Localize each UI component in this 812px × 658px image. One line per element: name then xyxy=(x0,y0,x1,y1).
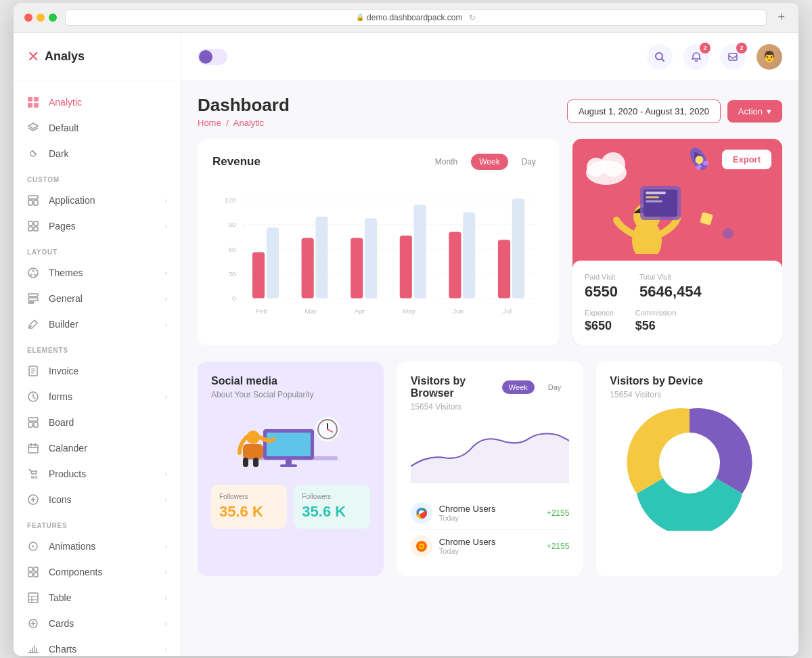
svg-rect-57 xyxy=(463,212,475,298)
sidebar-item-application[interactable]: Application › xyxy=(14,188,181,213)
chrome-change: +2155 xyxy=(547,508,570,518)
paid-visit-value: 6550 xyxy=(585,283,618,301)
sidebar-item-cards[interactable]: Cards › xyxy=(14,611,181,636)
avatar-image: 👨 xyxy=(757,44,782,70)
svg-rect-17 xyxy=(28,302,34,303)
svg-rect-53 xyxy=(365,218,377,298)
chevron-right-icon: › xyxy=(164,619,167,628)
sidebar-item-dark[interactable]: Dark xyxy=(14,141,181,167)
svg-rect-15 xyxy=(28,294,38,297)
svg-rect-49 xyxy=(267,227,279,298)
breadcrumb-current: Analytic xyxy=(233,118,265,128)
sidebar-item-animations[interactable]: Animations › xyxy=(14,533,181,559)
sidebar-item-forms[interactable]: forms › xyxy=(14,384,181,410)
chevron-right-icon: › xyxy=(164,542,167,550)
sidebar-item-builder[interactable]: Builder › xyxy=(14,311,181,337)
svg-point-14 xyxy=(34,273,37,276)
browser-item-chrome: Chrome Users Today +2155 xyxy=(411,497,570,530)
social-title: Social media xyxy=(211,375,370,387)
breadcrumb-home[interactable]: Home xyxy=(198,118,221,128)
sidebar-item-products[interactable]: Products › xyxy=(14,461,181,487)
svg-rect-51 xyxy=(315,216,328,298)
svg-text:Jul: Jul xyxy=(503,307,512,315)
filter-week[interactable]: Week xyxy=(471,154,508,170)
notification-button-1[interactable]: 2 xyxy=(683,44,709,70)
sidebar-label: General xyxy=(49,293,83,304)
sidebar-label: Board xyxy=(49,417,74,428)
browser-filter-day[interactable]: Day xyxy=(540,380,570,395)
commission-label: Commission xyxy=(635,309,677,317)
export-button[interactable]: Export xyxy=(722,150,771,169)
device-card: Visitors by Device 15654 Visitors xyxy=(596,361,782,576)
revenue-card: Revenue Month Week Day xyxy=(198,139,559,345)
svg-rect-82 xyxy=(646,196,659,198)
svg-rect-4 xyxy=(28,196,38,199)
products-icon xyxy=(27,468,39,480)
sidebar-item-charts[interactable]: Charts › xyxy=(14,636,181,656)
chevron-right-icon: › xyxy=(164,320,167,328)
svg-rect-0 xyxy=(28,97,32,102)
date-range-button[interactable]: August 1, 2020 - August 31, 2020 xyxy=(567,100,721,123)
promo-card: Export Paid Visit 6550 Total Visit 5646,… xyxy=(572,139,782,345)
filter-day[interactable]: Day xyxy=(514,154,544,170)
sidebar-label: Default xyxy=(49,123,78,133)
charts-icon xyxy=(27,643,39,655)
theme-toggle[interactable] xyxy=(198,49,227,65)
svg-rect-59 xyxy=(512,198,524,298)
browser-visitor-count: 15654 Visitors xyxy=(411,402,570,412)
browser-filter-week[interactable]: Week xyxy=(502,380,535,394)
address-bar[interactable]: 🔒 demo.dashboardpack.com ↻ xyxy=(65,9,767,26)
svg-text:Apr: Apr xyxy=(355,307,365,315)
filter-month[interactable]: Month xyxy=(427,154,466,170)
svg-point-102 xyxy=(659,433,720,494)
expense-label: Expence xyxy=(585,309,614,317)
chevron-right-icon: › xyxy=(164,269,167,277)
board-icon xyxy=(27,416,39,429)
chevron-right-icon: › xyxy=(164,645,167,653)
sidebar-item-analytic[interactable]: Analytic xyxy=(14,89,181,115)
layers-icon xyxy=(27,122,39,134)
svg-point-68 xyxy=(601,152,625,177)
sidebar-item-components[interactable]: Components › xyxy=(14,559,181,585)
svg-point-101 xyxy=(420,545,423,548)
invoice-icon xyxy=(27,365,39,377)
page-title: Dashboard xyxy=(198,95,290,116)
firefox-name: Chrome Users xyxy=(439,537,540,547)
social-card: Social media About Your Social Popularit… xyxy=(198,361,384,576)
svg-text:0: 0 xyxy=(232,294,236,302)
new-tab-button[interactable]: + xyxy=(775,10,788,24)
sidebar-item-board[interactable]: Board xyxy=(14,410,181,435)
sidebar-item-general[interactable]: General › xyxy=(14,286,181,311)
notification-button-2[interactable]: 2 xyxy=(720,44,746,70)
sidebar-label: Animations xyxy=(49,541,95,552)
chevron-right-icon: › xyxy=(164,568,167,576)
search-button[interactable] xyxy=(647,44,673,70)
dashboard-grid: Revenue Month Week Day xyxy=(181,139,798,361)
followers-box-1: Followers 35.6 K xyxy=(211,485,287,529)
svg-rect-3 xyxy=(34,103,39,108)
browser-card-header: Visitors by Browser Week Day xyxy=(411,375,570,399)
sidebar-item-default[interactable]: Default xyxy=(14,115,181,141)
chevron-right-icon: › xyxy=(164,496,167,504)
sidebar-label: Cards xyxy=(49,618,74,629)
revenue-chart: 120 90 60 30 0 xyxy=(212,181,544,330)
chrome-name: Chrome Users xyxy=(439,504,540,514)
svg-rect-23 xyxy=(28,445,38,453)
svg-rect-31 xyxy=(28,593,38,602)
sidebar-item-table[interactable]: Table › xyxy=(14,585,181,611)
sidebar-item-invoice[interactable]: Invoice xyxy=(14,358,181,384)
section-custom: CUSTOM xyxy=(14,167,181,188)
donut-chart-svg xyxy=(622,395,757,531)
svg-text:30: 30 xyxy=(228,269,236,277)
svg-point-25 xyxy=(35,476,37,478)
svg-rect-8 xyxy=(34,221,38,225)
svg-text:May: May xyxy=(403,307,415,315)
sidebar-item-calendar[interactable]: Calander xyxy=(14,435,181,461)
svg-rect-54 xyxy=(400,235,412,298)
sidebar-item-themes[interactable]: Themes › xyxy=(14,260,181,286)
user-avatar[interactable]: 👨 xyxy=(757,44,782,70)
sidebar-item-icons[interactable]: Icons › xyxy=(14,487,181,512)
action-button[interactable]: Action ▾ xyxy=(727,100,782,123)
sidebar-item-pages[interactable]: Pages › xyxy=(14,213,181,239)
sidebar: ✕ Analys Analytic Default xyxy=(14,33,181,656)
